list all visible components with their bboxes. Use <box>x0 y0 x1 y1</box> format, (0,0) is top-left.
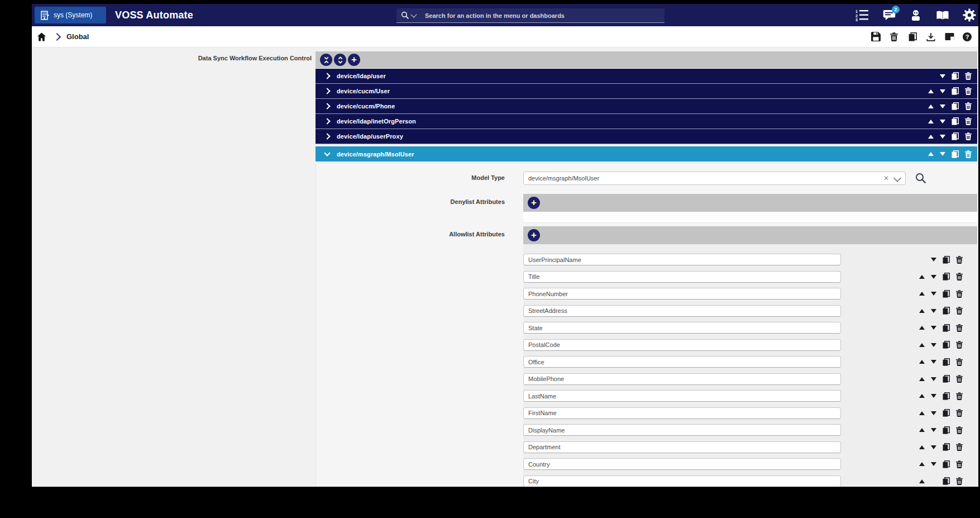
attribute-input[interactable] <box>523 390 841 402</box>
delete-row-icon[interactable] <box>965 87 972 95</box>
data-sync-model-row[interactable]: device/msgraph/MsolUser <box>315 146 977 161</box>
clone-row-icon[interactable] <box>952 150 959 158</box>
feedback-chat-icon[interactable]: 2 <box>882 8 896 22</box>
move-down-icon[interactable] <box>940 89 945 93</box>
delete-row-icon[interactable] <box>956 358 963 366</box>
move-up-icon[interactable] <box>928 89 934 93</box>
add-row-button[interactable] <box>348 54 360 66</box>
clone-row-icon[interactable] <box>952 87 959 95</box>
delete-row-icon[interactable] <box>956 460 963 468</box>
attribute-input[interactable] <box>523 441 841 453</box>
clone-row-icon[interactable] <box>943 324 950 332</box>
move-down-icon[interactable] <box>931 462 936 466</box>
attribute-input[interactable] <box>523 339 841 351</box>
numbered-list-icon[interactable]: 123 <box>855 8 869 22</box>
clone-row-icon[interactable] <box>943 392 950 400</box>
clone-row-icon[interactable] <box>943 477 950 485</box>
data-sync-model-row[interactable]: device/cucm/Phone <box>315 99 977 114</box>
move-up-icon[interactable] <box>919 462 925 466</box>
move-up-icon[interactable] <box>928 120 934 123</box>
clone-row-icon[interactable] <box>952 102 959 110</box>
search-scope-chevron-icon[interactable] <box>410 11 417 17</box>
move-up-icon[interactable] <box>919 343 925 347</box>
move-down-icon[interactable] <box>940 74 945 78</box>
move-up-icon[interactable] <box>919 428 925 432</box>
clone-row-icon[interactable] <box>943 426 950 434</box>
attribute-input[interactable] <box>523 305 841 317</box>
attribute-input[interactable] <box>523 356 841 368</box>
delete-row-icon[interactable] <box>956 307 963 315</box>
data-sync-model-row[interactable]: device/ldap/user <box>315 69 977 84</box>
delete-row-icon[interactable] <box>965 117 972 125</box>
delete-row-icon[interactable] <box>956 426 963 434</box>
global-search[interactable] <box>396 8 665 23</box>
save-icon[interactable] <box>871 32 881 42</box>
user-icon[interactable] <box>909 8 922 22</box>
attribute-input[interactable] <box>523 407 841 419</box>
allowlist-add-button[interactable] <box>528 229 540 241</box>
move-up-icon[interactable] <box>919 360 925 364</box>
search-input[interactable] <box>424 12 660 20</box>
delete-row-icon[interactable] <box>956 477 963 485</box>
delete-row-icon[interactable] <box>965 72 972 80</box>
clone-row-icon[interactable] <box>943 409 950 417</box>
clone-row-icon[interactable] <box>943 443 950 451</box>
move-down-icon[interactable] <box>940 120 945 123</box>
clone-row-icon[interactable] <box>943 256 950 264</box>
book-icon[interactable] <box>936 8 949 22</box>
move-down-icon[interactable] <box>931 360 936 364</box>
move-down-icon[interactable] <box>940 152 945 156</box>
delete-row-icon[interactable] <box>956 256 963 264</box>
clone-row-icon[interactable] <box>952 117 959 125</box>
attribute-input[interactable] <box>523 424 841 436</box>
move-down-icon[interactable] <box>931 326 936 330</box>
help-icon[interactable] <box>963 32 972 41</box>
move-up-icon[interactable] <box>919 411 925 415</box>
clone-row-icon[interactable] <box>952 132 959 140</box>
attribute-input[interactable] <box>523 271 841 283</box>
move-up-icon[interactable] <box>919 445 925 449</box>
expand-all-button[interactable] <box>334 54 346 66</box>
move-down-icon[interactable] <box>931 377 936 381</box>
move-down-icon[interactable] <box>931 428 936 432</box>
move-up-icon[interactable] <box>919 309 925 313</box>
hierarchy-button[interactable]: sys (System) <box>35 7 106 23</box>
delete-row-icon[interactable] <box>965 150 972 158</box>
clone-row-icon[interactable] <box>943 290 950 298</box>
attribute-input[interactable] <box>523 373 841 385</box>
delete-icon[interactable] <box>889 32 899 42</box>
move-up-icon[interactable] <box>919 326 925 330</box>
delete-row-icon[interactable] <box>965 102 972 110</box>
collapse-all-button[interactable] <box>320 54 332 66</box>
move-up-icon[interactable] <box>919 479 925 483</box>
attribute-input[interactable] <box>523 254 841 265</box>
delete-row-icon[interactable] <box>956 443 963 451</box>
clear-icon[interactable] <box>882 174 891 183</box>
attribute-input[interactable] <box>523 458 841 470</box>
data-sync-model-row[interactable]: device/ldap/userProxy <box>315 129 977 144</box>
move-up-icon[interactable] <box>928 152 934 156</box>
attribute-input[interactable] <box>523 288 841 300</box>
delete-row-icon[interactable] <box>956 290 963 298</box>
clone-row-icon[interactable] <box>952 72 959 80</box>
delete-row-icon[interactable] <box>956 409 963 417</box>
clone-row-icon[interactable] <box>943 358 950 366</box>
move-down-icon[interactable] <box>931 343 936 347</box>
delete-row-icon[interactable] <box>956 273 963 281</box>
delete-row-icon[interactable] <box>965 132 972 140</box>
clone-row-icon[interactable] <box>943 375 950 383</box>
move-down-icon[interactable] <box>931 258 936 262</box>
move-down-icon[interactable] <box>940 104 945 108</box>
gear-icon[interactable] <box>963 8 976 22</box>
move-up-icon[interactable] <box>928 104 934 108</box>
data-sync-model-row[interactable]: device/ldap/inetOrgPerson <box>315 114 977 129</box>
move-down-icon[interactable] <box>931 292 936 296</box>
home-icon[interactable] <box>37 32 46 41</box>
clone-icon[interactable] <box>907 32 917 42</box>
clone-row-icon[interactable] <box>943 460 950 468</box>
move-down-icon[interactable] <box>931 275 936 279</box>
move-up-icon[interactable] <box>919 394 925 398</box>
move-up-icon[interactable] <box>919 292 925 296</box>
clone-row-icon[interactable] <box>943 307 950 315</box>
delete-row-icon[interactable] <box>956 375 963 383</box>
